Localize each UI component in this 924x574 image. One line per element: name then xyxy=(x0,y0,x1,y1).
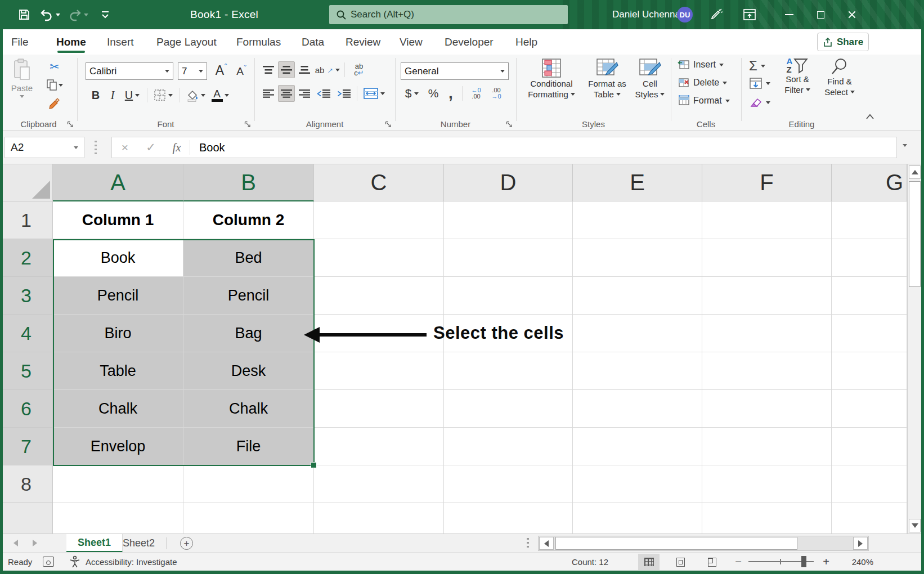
zoom-slider[interactable] xyxy=(748,561,814,562)
font-color-button[interactable]: A xyxy=(208,86,232,104)
number-dialog-launcher[interactable] xyxy=(506,121,513,128)
cell-A6[interactable]: Chalk xyxy=(53,390,183,428)
redo-button[interactable] xyxy=(65,6,90,24)
tab-file[interactable]: File xyxy=(11,29,29,55)
cell-A3[interactable]: Pencil xyxy=(53,277,183,315)
accessibility-status[interactable]: Accessibility: Investigate xyxy=(86,553,177,571)
ribbon-display-options-button[interactable] xyxy=(738,6,761,24)
column-header-G[interactable]: G xyxy=(832,164,907,201)
autosum-button[interactable]: Σ xyxy=(749,58,765,74)
cell-A7[interactable]: Envelop xyxy=(53,428,183,465)
cell-G7[interactable] xyxy=(832,428,907,465)
minimize-button[interactable] xyxy=(773,0,805,29)
format-painter-button[interactable] xyxy=(45,95,64,111)
avatar[interactable]: DU xyxy=(677,7,693,23)
page-layout-view-button[interactable] xyxy=(670,554,691,570)
column-header-A[interactable]: A xyxy=(53,164,183,201)
zoom-out-button[interactable]: − xyxy=(733,553,744,571)
clipboard-dialog-launcher[interactable] xyxy=(67,121,74,128)
cell-G5[interactable] xyxy=(832,352,907,390)
maximize-button[interactable] xyxy=(805,0,836,29)
customize-quick-access-button[interactable] xyxy=(97,6,114,24)
cancel-button[interactable]: × xyxy=(112,141,138,154)
conditional-formatting-button[interactable]: Conditional Formatting xyxy=(522,58,581,100)
next-sheet-button[interactable] xyxy=(33,540,37,546)
cell-A4[interactable]: Biro xyxy=(53,315,183,352)
cell-D8[interactable] xyxy=(444,465,573,503)
search-input[interactable] xyxy=(351,9,536,20)
row-header-1[interactable]: 1 xyxy=(0,201,53,239)
tab-data[interactable]: Data xyxy=(302,29,324,55)
decrease-indent-button[interactable] xyxy=(314,85,333,102)
cell-E6[interactable] xyxy=(573,390,702,428)
cell-G6[interactable] xyxy=(832,390,907,428)
cell-D7[interactable] xyxy=(444,428,573,465)
font-name-combo[interactable]: Calibri xyxy=(86,62,173,80)
clear-button[interactable] xyxy=(749,96,770,109)
zoom-in-button[interactable]: + xyxy=(820,553,832,571)
tab-review[interactable]: Review xyxy=(346,29,380,55)
cell-A5[interactable]: Table xyxy=(53,352,183,390)
copy-button[interactable] xyxy=(45,77,64,93)
select-all-corner[interactable] xyxy=(0,164,53,201)
cell-D5[interactable] xyxy=(444,352,573,390)
cell-E8[interactable] xyxy=(573,465,702,503)
cell-G3[interactable] xyxy=(832,277,907,315)
cell-F6[interactable] xyxy=(702,390,832,428)
expand-formula-bar-icon[interactable] xyxy=(903,144,907,147)
cell-B5[interactable]: Desk xyxy=(183,352,314,390)
new-sheet-button[interactable]: + xyxy=(180,537,193,550)
align-left-button[interactable] xyxy=(260,85,277,102)
alignment-dialog-launcher[interactable] xyxy=(385,121,392,128)
shrink-font-button[interactable]: Aˇ xyxy=(232,62,250,80)
paste-button[interactable]: Paste xyxy=(5,58,39,98)
cell-E4[interactable] xyxy=(573,315,702,352)
close-button[interactable] xyxy=(836,0,868,29)
cell-E2[interactable] xyxy=(573,239,702,277)
row-header-7[interactable]: 7 xyxy=(0,428,53,465)
cell-C5[interactable] xyxy=(314,352,444,390)
undo-button[interactable] xyxy=(37,6,62,24)
wrap-text-button[interactable]: ab c↵ xyxy=(348,61,370,78)
vertical-scrollbar[interactable] xyxy=(907,164,922,533)
normal-view-button[interactable] xyxy=(638,554,660,570)
fill-button[interactable] xyxy=(749,77,770,89)
increase-indent-button[interactable] xyxy=(334,85,353,102)
cell-F7[interactable] xyxy=(702,428,832,465)
comma-style-button[interactable]: , xyxy=(443,85,458,102)
align-bottom-button[interactable] xyxy=(296,61,313,78)
scroll-up-button[interactable] xyxy=(909,165,921,179)
cell-G9[interactable] xyxy=(832,503,907,533)
insert-function-button[interactable]: fx xyxy=(164,141,190,155)
cell-B7[interactable]: File xyxy=(183,428,314,465)
cut-button[interactable]: ✂ xyxy=(45,59,64,75)
cell-G4[interactable] xyxy=(832,315,907,352)
tab-formulas[interactable]: Formulas xyxy=(236,29,281,55)
cell-C1[interactable] xyxy=(314,201,444,239)
zoom-level[interactable]: 240% xyxy=(842,553,873,571)
cell-C6[interactable] xyxy=(314,390,444,428)
previous-sheet-button[interactable] xyxy=(14,540,18,546)
tab-home[interactable]: Home xyxy=(56,29,86,55)
column-header-D[interactable]: D xyxy=(444,164,573,201)
cell-B8[interactable] xyxy=(183,465,314,503)
formula-content[interactable]: Book xyxy=(190,141,225,154)
cell-A1[interactable]: Column 1 xyxy=(53,201,183,239)
cell-F3[interactable] xyxy=(702,277,832,315)
font-size-combo[interactable]: 7 xyxy=(178,62,207,80)
row-header-2[interactable]: 2 xyxy=(0,239,53,277)
bold-button[interactable]: B xyxy=(87,86,104,104)
cell-D1[interactable] xyxy=(444,201,573,239)
cell-E5[interactable] xyxy=(573,352,702,390)
user-name[interactable]: Daniel Uchenna xyxy=(612,0,680,29)
accessibility-icon[interactable] xyxy=(69,555,81,568)
cell-B2[interactable]: Bed xyxy=(183,239,314,277)
scroll-right-button[interactable] xyxy=(853,537,868,550)
number-format-combo[interactable]: General xyxy=(401,62,509,80)
cell-F5[interactable] xyxy=(702,352,832,390)
cell-D6[interactable] xyxy=(444,390,573,428)
cell-C2[interactable] xyxy=(314,239,444,277)
horizontal-scrollbar-thumb[interactable] xyxy=(555,537,797,550)
cell-A9[interactable] xyxy=(53,503,183,533)
align-right-button[interactable] xyxy=(296,85,313,102)
